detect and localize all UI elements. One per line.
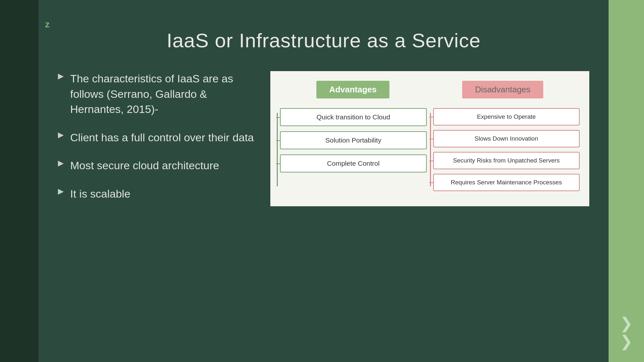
advantage-item: Solution Portability	[280, 131, 427, 149]
list-item: The characteristics of IaaS are as follo…	[58, 71, 257, 117]
advantages-column: Quick transition to Cloud Solution Porta…	[280, 108, 427, 191]
bullet-marker-icon	[58, 133, 64, 138]
list-item: It is scalable	[58, 186, 257, 202]
diagram-column: Advantages Disadvantages Quick transitio…	[270, 71, 589, 206]
advantage-box-1: Quick transition to Cloud	[280, 108, 427, 126]
main-content: IaaS or Infrastructure as a Service The …	[39, 0, 609, 362]
navigation-area: ❯ ❯	[620, 316, 633, 349]
advantage-item: Complete Control	[280, 154, 427, 172]
disadvantages-header: Disadvantages	[462, 81, 543, 98]
bullet-text-3: Most secure cloud architecture	[70, 158, 219, 173]
bullet-marker-icon	[58, 161, 64, 166]
list-item: Client has a full control over their dat…	[58, 130, 257, 145]
bullet-text-1: The characteristics of IaaS are as follo…	[70, 71, 257, 117]
disadvantage-box-4: Requires Server Maintenance Processes	[433, 174, 580, 191]
bullet-marker-icon	[58, 189, 64, 195]
diagram-body: Quick transition to Cloud Solution Porta…	[280, 108, 580, 191]
chevron-down-icon[interactable]: ❯	[620, 334, 633, 349]
advantage-item: Quick transition to Cloud	[280, 108, 427, 126]
bullet-column: The characteristics of IaaS are as follo…	[58, 71, 257, 202]
disadvantages-column: Expensive to Operate Slows Down Innovati…	[433, 108, 580, 191]
advantages-header: Advantages	[316, 81, 389, 98]
diagram-header-row: Advantages Disadvantages	[280, 81, 580, 98]
list-item: Most secure cloud architecture	[58, 158, 257, 173]
disadvantage-item: Requires Server Maintenance Processes	[433, 174, 580, 191]
bullet-text-4: It is scalable	[70, 186, 130, 202]
right-strip: ❯ ❯	[609, 0, 644, 362]
disadvantage-item: Expensive to Operate	[433, 108, 580, 125]
disadvantage-box-3: Security Risks from Unpatched Servers	[433, 152, 580, 169]
slide-title: IaaS or Infrastructure as a Service	[58, 29, 589, 52]
disadvantage-item: Slows Down Innovation	[433, 130, 580, 147]
advantage-box-2: Solution Portability	[280, 131, 427, 149]
disadvantage-item: Security Risks from Unpatched Servers	[433, 152, 580, 169]
disadvantage-box-2: Slows Down Innovation	[433, 130, 580, 147]
slide-container: ❯ ❯ z IaaS or Infrastructure as a Servic…	[0, 0, 644, 362]
left-strip	[0, 0, 39, 362]
bullet-text-2: Client has a full control over their dat…	[70, 130, 254, 145]
chevron-up-icon[interactable]: ❯	[620, 316, 633, 331]
advantage-box-3: Complete Control	[280, 154, 427, 172]
content-row: The characteristics of IaaS are as follo…	[58, 71, 589, 206]
disadvantage-box-1: Expensive to Operate	[433, 108, 580, 125]
bullet-marker-icon	[58, 74, 64, 79]
